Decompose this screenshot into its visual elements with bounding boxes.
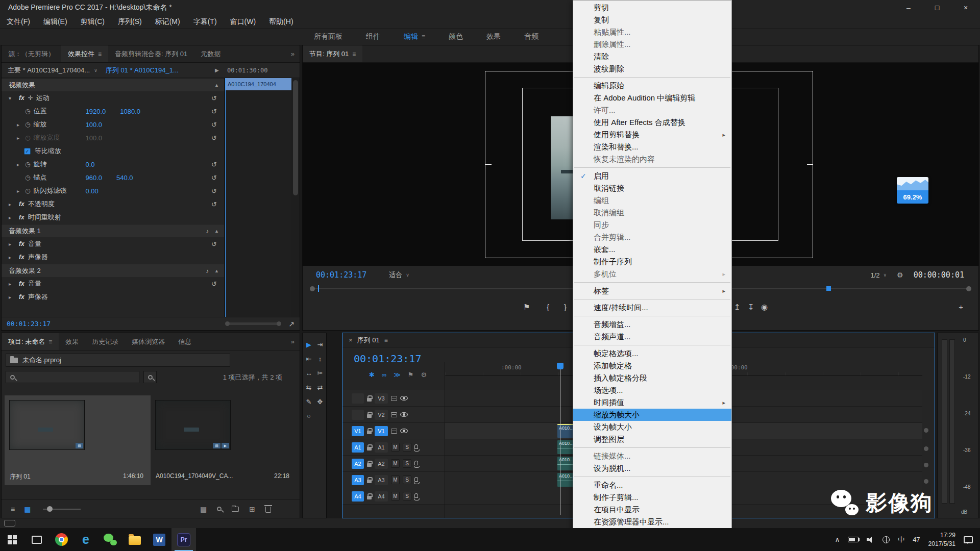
source-patch[interactable] <box>352 410 364 420</box>
context-menu-item[interactable]: 波纹删除 <box>573 63 731 75</box>
scrollbar-thumb[interactable] <box>293 80 298 195</box>
minimize-button[interactable]: – <box>894 0 923 15</box>
project-item[interactable]: ▤序列 011:46:10 <box>5 395 151 485</box>
lift-button[interactable]: ↥ <box>734 303 741 312</box>
stopwatch-icon[interactable]: ◷ <box>25 121 30 128</box>
zoom-level-dropdown[interactable]: 适合 ∨ <box>389 270 409 280</box>
stopwatch-icon[interactable]: ◷ <box>25 187 30 194</box>
start-button[interactable] <box>0 528 24 551</box>
param-value[interactable]: 540.0 <box>116 174 133 182</box>
ime-language-indicator[interactable]: 中 <box>898 535 904 544</box>
sync-lock-icon[interactable] <box>391 396 397 401</box>
solo-toggle[interactable]: S <box>403 443 411 452</box>
context-menu-item[interactable]: 设为帧大小 <box>573 421 731 433</box>
project-root-bar[interactable]: 未命名.prproj <box>6 354 230 367</box>
lock-icon[interactable] <box>367 496 372 499</box>
track-output-toggle[interactable] <box>400 412 408 417</box>
lock-icon[interactable] <box>367 431 372 434</box>
effects-vertical-scrollbar[interactable] <box>291 78 300 317</box>
context-menu-item[interactable]: 场选项... <box>573 384 731 396</box>
track-scroll-knob[interactable] <box>924 463 928 467</box>
playhead-line[interactable] <box>560 363 560 515</box>
effects-horizontal-scrollbar[interactable] <box>227 322 279 325</box>
track-name[interactable]: A3 <box>375 475 388 485</box>
audio-play-icon[interactable]: ♪ <box>206 228 209 234</box>
context-menu-item[interactable]: 帧定格选项... <box>573 347 731 360</box>
context-menu-item[interactable]: 编辑原始 <box>573 80 731 92</box>
reset-icon[interactable]: ↺ <box>211 201 217 208</box>
master-clip-label[interactable]: 主要 * A010C194_170404... <box>8 66 90 75</box>
param-value[interactable]: 0.0 <box>85 161 94 168</box>
close-button[interactable]: × <box>951 0 980 15</box>
stopwatch-icon[interactable]: ◷ <box>25 108 30 115</box>
hand-tool[interactable]: ✥ <box>314 395 326 408</box>
context-menu-item[interactable]: 使用剪辑替换▸ <box>573 129 731 141</box>
track-select-forward-tool[interactable]: ⇥ <box>314 338 326 351</box>
panel-menu-icon[interactable]: ≡ <box>384 337 388 344</box>
track-output-toggle[interactable] <box>400 396 408 400</box>
param-value[interactable]: 960.0 <box>85 174 102 182</box>
taskbar-clock[interactable]: 17:29 2017/5/31 <box>928 531 955 547</box>
mark-in-button[interactable]: { <box>547 303 549 311</box>
source-patch[interactable]: V1 <box>352 426 364 436</box>
context-menu-item[interactable]: 调整图层 <box>573 433 731 445</box>
context-menu-item[interactable]: 在 Adobe Audition 中编辑剪辑 <box>573 92 731 104</box>
solo-toggle[interactable]: S <box>403 459 411 468</box>
reset-icon[interactable]: ↺ <box>211 280 217 288</box>
reset-icon[interactable]: ↺ <box>211 240 217 248</box>
context-menu-item[interactable]: 剪切 <box>573 2 731 14</box>
mute-toggle[interactable]: M <box>391 459 400 468</box>
tab-source-monitor[interactable]: 源：（无剪辑） <box>2 45 61 62</box>
new-bin-icon[interactable] <box>232 507 239 512</box>
tab-effect-controls[interactable]: 效果控件≡ <box>61 45 108 62</box>
context-menu-item[interactable]: 时间插值▸ <box>573 396 731 409</box>
mic-icon[interactable] <box>414 477 418 482</box>
razor-tool[interactable]: ✂ <box>314 367 326 380</box>
context-menu-item[interactable]: 清除 <box>573 51 731 63</box>
caret-down-icon[interactable]: ∨ <box>94 68 97 73</box>
panel-menu-icon[interactable]: ≡ <box>352 51 356 58</box>
chrome-taskbar-button[interactable] <box>49 528 74 551</box>
settings-wrench-icon[interactable]: ⚙ <box>897 271 903 279</box>
twirl-icon[interactable]: ▸ <box>9 202 16 207</box>
timeline-timecode[interactable]: 00:01:23:17 <box>354 353 421 365</box>
insert-overwrite-toggle[interactable]: ≫ <box>394 371 401 379</box>
sync-lock-icon[interactable] <box>391 412 397 417</box>
param-value[interactable]: 0.00 <box>85 187 98 195</box>
tab-effects[interactable]: 效果 <box>59 333 85 350</box>
context-menu-item[interactable]: ✓启用 <box>573 170 731 182</box>
context-menu-item[interactable]: 音频声道... <box>573 331 731 343</box>
context-menu-item[interactable]: 在项目中显示 <box>573 504 731 516</box>
add-marker-button[interactable]: ⚑ <box>408 371 414 379</box>
menu-file[interactable]: 文件(F) <box>0 17 37 27</box>
context-menu-item[interactable]: 制作子序列 <box>573 256 731 268</box>
lock-icon[interactable] <box>367 447 372 450</box>
track-name[interactable]: V3 <box>375 393 388 404</box>
battery-icon[interactable] <box>848 537 859 542</box>
context-menu-item[interactable]: 制作子剪辑... <box>573 491 731 504</box>
file-explorer-taskbar-button[interactable] <box>122 528 147 551</box>
task-view-button[interactable] <box>24 528 49 551</box>
stopwatch-icon[interactable]: ◷ <box>25 174 30 181</box>
twirl-icon[interactable]: ▸ <box>9 255 16 260</box>
hidden-icons-chevron[interactable]: ∧ <box>835 536 840 543</box>
timeline-tab-label[interactable]: 序列 01 <box>357 336 380 345</box>
workspace-effects[interactable]: 效果 <box>486 32 501 41</box>
ripple-edit-tool[interactable]: ⇤ <box>303 353 314 365</box>
new-item-icon[interactable]: ⊞ <box>249 505 255 513</box>
effects-current-timecode[interactable]: 00:01:23:17 <box>7 320 51 328</box>
network-icon[interactable] <box>883 536 890 543</box>
effect-name[interactable]: 音量 <box>28 279 41 288</box>
premiere-taskbar-button[interactable]: Pr <box>172 528 196 551</box>
context-menu-item[interactable]: 缩放为帧大小 <box>573 409 731 421</box>
reset-icon[interactable]: ↺ <box>211 94 217 102</box>
tab-audio-clip-mixer[interactable]: 音频剪辑混合器: 序列 01 <box>108 45 194 62</box>
lock-icon[interactable] <box>367 480 372 483</box>
lock-icon[interactable] <box>367 398 372 402</box>
solo-toggle[interactable]: S <box>403 475 411 484</box>
track-output-toggle[interactable] <box>400 429 408 433</box>
lock-icon[interactable] <box>367 414 372 418</box>
twirl-icon[interactable]: ▸ <box>9 215 16 220</box>
icon-view-button[interactable]: ▦ <box>24 505 31 513</box>
context-menu-item[interactable]: 嵌套... <box>573 243 731 256</box>
